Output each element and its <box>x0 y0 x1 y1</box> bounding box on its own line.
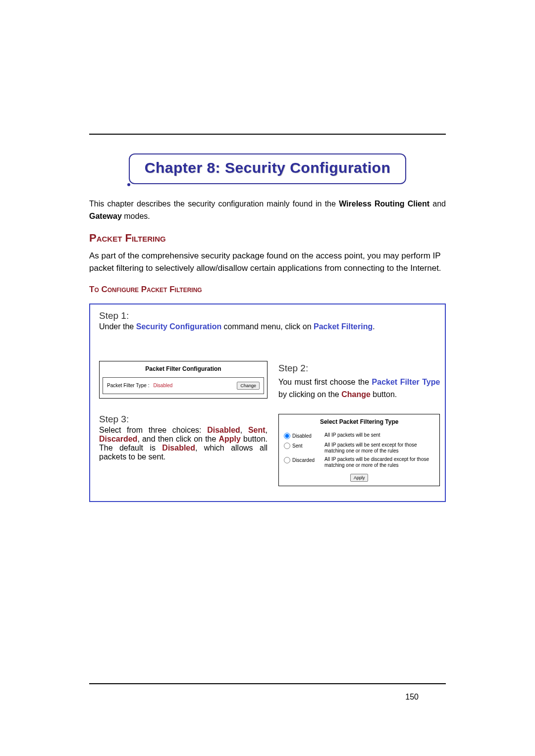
button-name-apply: Apply <box>219 435 241 443</box>
shot1-field-label: Packet Filter Type : <box>107 383 149 388</box>
option-row-sent: Sent All IP packets will be sent except … <box>279 441 439 455</box>
apply-row: Apply <box>279 474 439 482</box>
col-shot1: Packet Filter Configuration Packet Filte… <box>99 361 268 399</box>
shot1-body: Packet Filter Type : Disabled Change <box>103 377 264 394</box>
packet-filtering-paragraph: As part of the comprehensive security pa… <box>89 250 446 275</box>
page: Chapter 8: Security Configuration This c… <box>0 0 535 756</box>
shot1-field-value: Disabled <box>153 383 172 388</box>
shot1-title: Packet Filter Configuration <box>100 361 267 374</box>
radio-disabled-text: Disabled <box>292 432 312 440</box>
apply-button[interactable]: Apply <box>350 474 369 482</box>
packet-filter-config-screenshot: Packet Filter Configuration Packet Filte… <box>99 361 268 399</box>
chapter-intro: This chapter describes the security conf… <box>89 198 446 223</box>
chapter-title: Chapter 8: Security Configuration <box>145 159 391 176</box>
option-discarded: Discarded <box>99 435 137 443</box>
radio-sent-desc: All IP packets will be sent except for t… <box>324 442 434 454</box>
text: and <box>429 200 446 208</box>
footer-rule <box>89 683 446 684</box>
radio-disabled-label[interactable]: Disabled <box>284 432 320 440</box>
radio-discarded[interactable] <box>284 457 290 463</box>
col-shot2: Select Packet Filtering Type Disabled Al… <box>278 414 440 486</box>
option-row-disabled: Disabled All IP packets will be sent <box>279 431 439 441</box>
step1-label: Step 1: <box>99 310 436 321</box>
col-step3: Step 3: Select from three choices: Disab… <box>99 414 268 461</box>
option-row-discarded: Discarded All IP packets will be discard… <box>279 455 439 470</box>
radio-disabled[interactable] <box>284 433 290 439</box>
step1-text: Under the Security Configuration command… <box>99 322 436 331</box>
field-packet-filter-type: Packet Filter Type <box>372 378 440 386</box>
title-dot <box>127 183 130 186</box>
text: . <box>373 322 374 331</box>
text: button. <box>371 390 397 399</box>
text: command menu, click on <box>221 322 314 331</box>
text: modes. <box>122 212 150 220</box>
option-disabled-default: Disabled <box>162 444 195 452</box>
radio-discarded-desc: All IP packets will be discarded except … <box>324 456 434 469</box>
step3-text: Select from three choices: Disabled, Sen… <box>99 426 268 461</box>
step3-label: Step 3: <box>99 414 268 425</box>
option-sent: Sent <box>248 426 266 434</box>
page-number: 150 <box>405 693 419 702</box>
option-disabled: Disabled <box>207 426 240 434</box>
text: Under the <box>99 322 136 331</box>
button-name-change: Change <box>341 390 371 399</box>
radio-sent-text: Sent <box>292 442 303 450</box>
change-button[interactable]: Change <box>237 382 260 390</box>
step2-text: You must first choose the Packet Filter … <box>278 376 440 401</box>
text: This chapter describes the security conf… <box>89 200 339 208</box>
col-step2: Step 2: You must first choose the Packet… <box>278 361 440 401</box>
text: , and then click on the <box>137 435 218 443</box>
chapter-title-box: Chapter 8: Security Configuration <box>129 153 406 184</box>
heading-to-configure: To Configure Packet Filtering <box>89 285 446 295</box>
radio-sent-label[interactable]: Sent <box>284 442 320 450</box>
menu-security-configuration: Security Configuration <box>136 322 221 331</box>
radio-discarded-label[interactable]: Discarded <box>284 456 320 464</box>
step2-label: Step 2: <box>278 361 440 375</box>
emph-wireless-routing-client: Wireless Routing Client <box>339 200 429 208</box>
text: by clicking on the <box>278 390 341 399</box>
radio-discarded-text: Discarded <box>292 456 315 464</box>
row-step3-shot2: Step 3: Select from three choices: Disab… <box>99 414 436 486</box>
radio-sent[interactable] <box>284 443 290 449</box>
shot2-title: Select Packet Filtering Type <box>279 414 439 432</box>
heading-packet-filtering: Packet Filtering <box>89 232 446 245</box>
row-shot1-step2: Packet Filter Configuration Packet Filte… <box>99 361 436 401</box>
text: , <box>240 426 248 434</box>
menu-packet-filtering: Packet Filtering <box>314 322 373 331</box>
text: Select from three choices: <box>99 426 207 434</box>
text: You must first choose the <box>278 378 372 386</box>
radio-disabled-desc: All IP packets will be sent <box>324 432 434 439</box>
steps-box: Step 1: Under the Security Configuration… <box>89 303 446 502</box>
emph-gateway: Gateway <box>89 212 122 220</box>
header-rule <box>89 134 446 135</box>
select-packet-filtering-type-screenshot: Select Packet Filtering Type Disabled Al… <box>278 414 440 486</box>
text: , <box>266 426 268 434</box>
